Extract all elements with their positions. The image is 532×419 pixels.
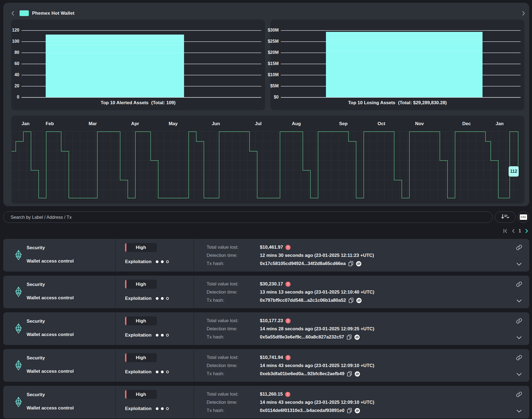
value-lost-label: Total value lost:	[207, 353, 238, 362]
value-lost-label: Total value lost:	[207, 317, 238, 325]
tx-hash-label: Tx hash:	[207, 406, 238, 415]
timeline-current-count-badge: 112	[509, 166, 519, 177]
copy-icon[interactable]	[349, 298, 354, 303]
loss-alert-icon: !	[285, 245, 291, 250]
tx-hash-label: Tx hash:	[207, 370, 238, 378]
detail-values: $10,741.94 ! 14 mins 43 seconds ago (23-…	[260, 353, 374, 378]
y-axis-tick: 20	[4, 84, 19, 88]
next-wallet-chevron-icon[interactable]	[521, 11, 527, 16]
export-csv-button[interactable]: CSV	[518, 211, 529, 223]
severity-label: High	[136, 392, 146, 397]
y-axis-tick: $0	[263, 95, 279, 99]
y-axis-tick: $20M	[263, 50, 279, 55]
y-axis-tick: 60	[4, 61, 19, 66]
prev-page-icon[interactable]	[511, 229, 515, 233]
severity-badge: High	[125, 316, 157, 325]
stage-progress-dots	[156, 407, 169, 410]
timeline-step-line	[11, 131, 519, 199]
copy-icon[interactable]	[347, 371, 352, 377]
divider	[194, 386, 194, 418]
stage-dot-filled	[156, 260, 158, 263]
detail-labels: Total value lost: Detection time: Tx has…	[207, 243, 238, 268]
external-link-icon[interactable]	[516, 391, 522, 399]
expand-chevron-icon[interactable]	[516, 335, 522, 341]
bar-segment-boundary	[326, 34, 483, 34]
external-link-icon[interactable]	[516, 244, 522, 252]
timeline-month-label: Jul	[255, 121, 262, 127]
divider	[194, 349, 194, 382]
loss-alert-icon: !	[285, 282, 291, 287]
stacked-bar	[46, 35, 184, 97]
stage-dot-empty	[166, 297, 169, 300]
expand-chevron-icon[interactable]	[516, 298, 522, 304]
y-axis-tick: $15M	[263, 61, 279, 66]
attack-stage: Exploitation	[125, 369, 169, 375]
tx-hash: 0x5a55df8e3e6ef9c...60a8c827a232c57	[260, 333, 344, 341]
stage-label: Exploitation	[125, 406, 151, 411]
value-lost-label: Total value lost:	[207, 280, 238, 288]
bar-segment-boundary	[46, 37, 184, 37]
search-input[interactable]	[3, 211, 493, 223]
alert-row[interactable]: Security Wallet access control High Expl…	[3, 386, 529, 418]
value-lost: $10,461.97	[260, 243, 283, 251]
tx-hash: 0xeb3dfa01be6ed0a...92bfc8ec2aefb49	[260, 370, 344, 378]
expand-chevron-icon[interactable]	[516, 262, 522, 268]
attack-stage: Exploitation	[125, 296, 169, 301]
tx-hash-label: Tx hash:	[207, 296, 238, 304]
alert-category: Security	[27, 282, 45, 287]
y-axis-tick: 80	[4, 50, 19, 55]
next-page-icon[interactable]	[525, 229, 528, 233]
timeline-month-label: Nov	[415, 121, 424, 127]
bar-segment-boundary	[326, 43, 483, 43]
tx-hash: 0x797bf9cc07dd548...a2c1c06b1a80a52	[260, 296, 346, 304]
y-axis-tick: $25M	[263, 39, 279, 44]
stage-dot-empty	[166, 260, 169, 263]
pagination: 1	[503, 227, 528, 235]
timeline-month-label: Jan	[496, 121, 503, 127]
external-link-icon[interactable]	[516, 281, 522, 288]
detail-labels: Total value lost: Detection time: Tx has…	[207, 280, 238, 304]
external-link-icon[interactable]	[516, 318, 522, 325]
copy-icon[interactable]	[347, 334, 352, 340]
severity-accent-bar	[125, 280, 126, 289]
value-lost: $10,177.23	[260, 317, 283, 325]
detection-time: 14 mins 28 seconds ago (23-01-2025 12:09…	[260, 325, 374, 333]
alert-row[interactable]: Security Wallet access control High Expl…	[3, 312, 529, 345]
bar-segment-boundary	[46, 41, 184, 41]
value-lost: $11,260.15	[260, 390, 283, 398]
losing-assets-chart-title: Top 10 Losing Assets(Total: $29,289,830.…	[270, 100, 524, 106]
ethereum-icon	[15, 324, 22, 335]
severity-label: High	[136, 355, 146, 361]
value-lost-label: Total value lost:	[207, 243, 238, 251]
severity-label: High	[136, 318, 146, 324]
alert-row[interactable]: Security Wallet access control High Expl…	[3, 276, 529, 308]
copy-icon[interactable]	[347, 408, 352, 413]
y-axis-tick: 100	[4, 39, 19, 44]
stage-dot-filled	[156, 334, 158, 337]
prev-wallet-chevron-icon[interactable]	[10, 11, 16, 16]
sort-button[interactable]	[495, 211, 516, 223]
explorer-icon[interactable]	[356, 298, 362, 303]
stage-label: Exploitation	[125, 259, 151, 264]
timeline-month-label: Mar	[89, 121, 97, 127]
detection-time: 12 mins 30 seconds ago (23-01-2025 12:11…	[260, 251, 374, 260]
detection-time: 14 mins 43 seconds ago (23-01-2025 12:09…	[260, 362, 374, 370]
alert-row[interactable]: Security Wallet access control High Expl…	[3, 239, 529, 272]
expand-chevron-icon[interactable]	[516, 409, 522, 415]
divider	[115, 239, 116, 272]
alert-row[interactable]: Security Wallet access control High Expl…	[3, 349, 529, 382]
expand-chevron-icon[interactable]	[516, 372, 522, 378]
explorer-icon[interactable]	[354, 408, 360, 414]
first-page-icon[interactable]	[503, 229, 508, 233]
explorer-icon[interactable]	[354, 334, 360, 340]
bar-segment-boundary	[326, 51, 483, 51]
explorer-icon[interactable]	[356, 261, 362, 267]
external-link-icon[interactable]	[516, 355, 522, 362]
alert-category: Security	[27, 319, 45, 324]
copy-icon[interactable]	[348, 261, 353, 266]
explorer-icon[interactable]	[354, 371, 360, 377]
timeline-month-label: Apr	[131, 121, 139, 127]
alert-type: Wallet access control	[27, 295, 74, 301]
alert-type: Wallet access control	[27, 369, 74, 374]
alerted-assets-chart-title: Top 10 Alerted Assets(Total: 109)	[11, 100, 265, 106]
